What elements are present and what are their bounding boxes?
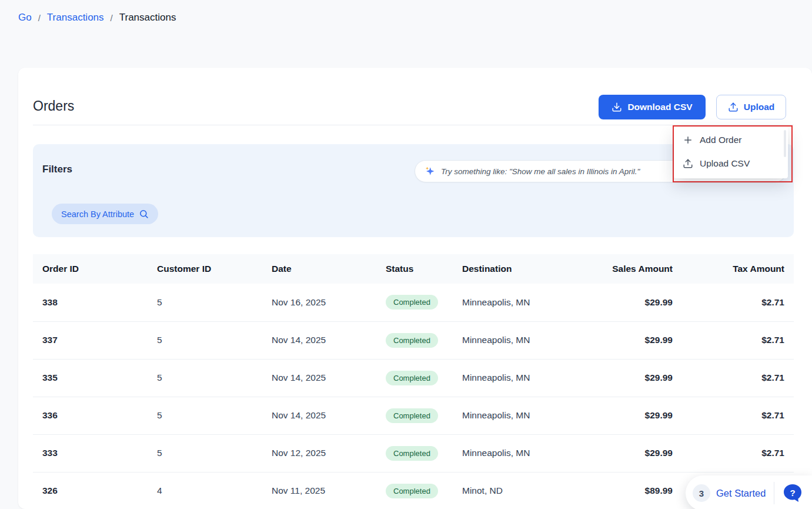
table-row[interactable]: 3375Nov 14, 2025CompletedMinneapolis, MN… xyxy=(33,321,794,359)
table-row[interactable]: 3355Nov 14, 2025CompletedMinneapolis, MN… xyxy=(33,359,794,397)
sparkle-star-icon xyxy=(425,166,435,177)
table-row[interactable]: 3365Nov 14, 2025CompletedMinneapolis, MN… xyxy=(33,397,794,434)
search-by-attribute-label: Search By Attribute xyxy=(61,209,134,219)
download-csv-label: Download CSV xyxy=(627,102,692,112)
widget-divider xyxy=(774,482,774,504)
cell-customer-id: 5 xyxy=(148,434,262,472)
cell-destination: Minneapolis, MN xyxy=(453,397,588,434)
cell-status: Completed xyxy=(376,397,453,434)
cell-status: Completed xyxy=(376,434,453,472)
upload-dropdown-menu: Add Order Upload CSV xyxy=(674,127,788,178)
search-by-attribute-button[interactable]: Search By Attribute xyxy=(52,204,158,224)
cell-order-id: 336 xyxy=(33,397,148,434)
column-header-sales-amount: Sales Amount xyxy=(588,254,682,284)
filters-title: Filters xyxy=(42,164,72,175)
cell-tax-amount: $2.71 xyxy=(682,359,794,397)
column-header-date: Date xyxy=(262,254,376,284)
upload-icon xyxy=(728,102,739,112)
annotation-highlight-box: Add Order Upload CSV xyxy=(673,125,793,182)
cell-customer-id: 5 xyxy=(148,359,262,397)
status-badge: Completed xyxy=(386,484,438,498)
status-badge: Completed xyxy=(386,446,438,461)
cell-date: Nov 14, 2025 xyxy=(262,359,376,397)
plus-icon xyxy=(683,135,693,145)
page-title: Orders xyxy=(33,98,74,114)
cell-date: Nov 16, 2025 xyxy=(262,284,376,321)
cell-sales-amount: $29.99 xyxy=(588,359,682,397)
cell-sales-amount: $29.99 xyxy=(588,284,682,321)
cell-status: Completed xyxy=(376,321,453,359)
cell-customer-id: 5 xyxy=(148,321,262,359)
menu-item-add-order[interactable]: Add Order xyxy=(674,128,788,152)
get-started-widget: 3 Get Started ? xyxy=(686,475,812,509)
help-chat-icon[interactable]: ? xyxy=(781,482,804,504)
orders-table-container: Order ID Customer ID Date Status Destina… xyxy=(33,254,794,509)
cell-date: Nov 12, 2025 xyxy=(262,434,376,472)
cell-status: Completed xyxy=(376,359,453,397)
download-csv-button[interactable]: Download CSV xyxy=(599,95,706,119)
cell-sales-amount: $29.99 xyxy=(588,434,682,472)
table-row[interactable]: 3385Nov 16, 2025CompletedMinneapolis, MN… xyxy=(33,284,794,321)
cell-date: Nov 14, 2025 xyxy=(262,397,376,434)
cell-status: Completed xyxy=(376,472,453,509)
cell-sales-amount: $89.99 xyxy=(588,472,682,509)
menu-item-upload-csv[interactable]: Upload CSV xyxy=(674,152,788,175)
status-badge: Completed xyxy=(386,371,438,385)
table-row[interactable]: 3264Nov 11, 2025CompletedMinot, ND$89.99 xyxy=(33,472,794,509)
cell-tax-amount: $2.71 xyxy=(682,434,794,472)
cell-tax-amount: $2.71 xyxy=(682,284,794,321)
column-header-destination: Destination xyxy=(453,254,588,284)
cell-destination: Minneapolis, MN xyxy=(453,321,588,359)
cell-destination: Minneapolis, MN xyxy=(453,284,588,321)
cell-order-id: 333 xyxy=(33,434,148,472)
orders-table-body: 3385Nov 16, 2025CompletedMinneapolis, MN… xyxy=(33,284,794,509)
upload-icon xyxy=(683,158,693,169)
cell-tax-amount: $2.71 xyxy=(682,397,794,434)
upload-label: Upload xyxy=(744,102,775,112)
breadcrumb-current-page: Transactions xyxy=(119,12,176,24)
table-header-row: Order ID Customer ID Date Status Destina… xyxy=(33,254,794,284)
cell-customer-id: 5 xyxy=(148,397,262,434)
status-badge: Completed xyxy=(386,295,438,310)
download-icon xyxy=(611,102,622,112)
cell-status: Completed xyxy=(376,284,453,321)
cell-order-id: 335 xyxy=(33,359,148,397)
breadcrumb-transactions[interactable]: Transactions xyxy=(47,12,104,24)
cell-tax-amount: $2.71 xyxy=(682,321,794,359)
upload-button[interactable]: Upload xyxy=(716,95,786,119)
status-badge: Completed xyxy=(386,408,438,423)
get-started-count-badge: 3 xyxy=(693,484,710,502)
cell-sales-amount: $29.99 xyxy=(588,397,682,434)
menu-item-upload-csv-label: Upload CSV xyxy=(700,158,750,169)
status-badge: Completed xyxy=(386,333,438,348)
ai-suggestion-text: Try something like: "Show me all sales i… xyxy=(441,167,640,176)
breadcrumb-separator: / xyxy=(38,13,41,23)
breadcrumb: Go / Transactions / Transactions xyxy=(18,12,176,24)
cell-date: Nov 11, 2025 xyxy=(262,472,376,509)
cell-order-id: 337 xyxy=(33,321,148,359)
svg-text:?: ? xyxy=(790,488,796,498)
get-started-link[interactable]: Get Started xyxy=(716,488,766,499)
menu-item-add-order-label: Add Order xyxy=(700,135,742,145)
table-row[interactable]: 3335Nov 12, 2025CompletedMinneapolis, MN… xyxy=(33,434,794,472)
orders-table: Order ID Customer ID Date Status Destina… xyxy=(33,254,794,509)
cell-order-id: 338 xyxy=(33,284,148,321)
menu-scrollbar[interactable] xyxy=(784,130,786,157)
cell-sales-amount: $29.99 xyxy=(588,321,682,359)
breadcrumb-go[interactable]: Go xyxy=(18,12,32,24)
cell-destination: Minneapolis, MN xyxy=(453,434,588,472)
breadcrumb-separator: / xyxy=(111,13,113,23)
column-header-tax-amount: Tax Amount xyxy=(682,254,794,284)
column-header-customer-id: Customer ID xyxy=(148,254,262,284)
cell-customer-id: 5 xyxy=(148,284,262,321)
cell-customer-id: 4 xyxy=(148,472,262,509)
cell-date: Nov 14, 2025 xyxy=(262,321,376,359)
cell-destination: Minneapolis, MN xyxy=(453,359,588,397)
search-icon xyxy=(139,209,149,219)
cell-destination: Minot, ND xyxy=(453,472,588,509)
column-header-status: Status xyxy=(376,254,453,284)
column-header-order-id: Order ID xyxy=(33,254,148,284)
cell-order-id: 326 xyxy=(33,472,148,509)
